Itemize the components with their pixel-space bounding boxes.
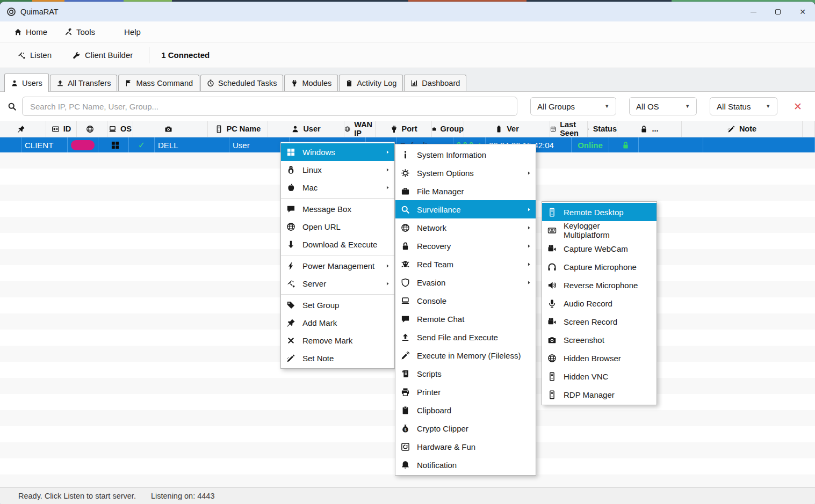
menu-item-notification[interactable]: Notification [395,456,536,474]
cell-status: Online [572,137,609,152]
menu-home[interactable]: Home [8,24,54,40]
menu-tools[interactable]: Tools [58,24,102,40]
menu-item-screenshot[interactable]: Screenshot [542,331,657,349]
col-camera[interactable] [133,121,208,137]
close-button[interactable]: ✕ [790,2,815,21]
os-filter-dropdown[interactable]: All OS ▼ [629,97,697,115]
tab-activity-log[interactable]: Activity Log [339,75,403,91]
laptop-icon [401,296,410,305]
menu-item-label: Keylogger Multiplatform [564,221,647,239]
menu-item-surveillance[interactable]: Surveillance [395,200,536,218]
group-filter-dropdown[interactable]: All Groups ▼ [530,97,616,115]
menu-item-execute-in-memory[interactable]: Execute in Memory (Fileless) [395,346,536,364]
moneybag-icon [401,424,410,433]
menu-item-linux[interactable]: Linux [281,161,394,179]
menu-item-server[interactable]: Server [281,275,394,293]
col-pc-name[interactable]: PC Name [208,121,268,137]
col-country[interactable] [77,121,107,137]
menu-item-system-information[interactable]: System Information [395,145,536,164]
clipboard-icon [345,79,353,87]
menu-item-reverse-microphone[interactable]: Reverse Microphone [542,276,657,294]
menu-item-open-url[interactable]: Open URL [281,218,394,236]
menu-item-send-file-execute[interactable]: Send File and Execute [395,328,536,346]
col-wan-ip[interactable]: WAN IP [344,121,376,137]
menu-item-capture-microphone[interactable]: Capture Microphone [542,258,657,276]
minimize-button[interactable] [741,2,766,21]
menu-item-add-mark[interactable]: Add Mark [281,314,394,332]
menu-item-keylogger-multiplatform[interactable]: Keylogger Multiplatform [542,221,657,239]
menu-item-remove-mark[interactable]: Remove Mark [281,332,394,349]
download-icon [286,240,295,249]
cell-country [68,137,98,152]
col-os[interactable]: OS [107,121,133,137]
tab-label: All Transfers [68,79,111,87]
menu-item-label: Download & Execute [302,240,377,249]
menu-item-remote-desktop[interactable]: Remote Desktop [542,203,657,221]
menu-item-mac[interactable]: Mac [281,179,394,196]
surveillance-submenu: Remote Desktop Keylogger Multiplatform C… [542,201,657,405]
briefcase-icon [401,187,410,196]
col-ver[interactable]: Ver [464,121,550,137]
maximize-button[interactable] [766,2,790,21]
menu-item-windows[interactable]: Windows [281,143,394,161]
tab-dashboard[interactable]: Dashboard [404,75,466,91]
menu-item-screen-record[interactable]: Screen Record [542,312,657,331]
col-group[interactable]: Group [432,121,464,137]
col-lock[interactable]: ... [617,121,682,137]
menu-item-red-team[interactable]: Red Team [395,255,536,273]
client-builder-button[interactable]: Client Builder [66,46,139,64]
menu-item-scripts[interactable]: Scripts [395,364,536,383]
menu-item-console[interactable]: Console [395,291,536,310]
menu-item-label: Set Group [302,301,339,310]
menu-item-file-manager[interactable]: File Manager [395,182,536,200]
tab-users[interactable]: Users [4,74,49,92]
search-input[interactable] [22,97,517,116]
tower-icon [215,125,223,133]
tab-all-transfers[interactable]: All Transfers [50,75,118,91]
menu-help[interactable]: Help [106,24,147,40]
menu-item-set-note[interactable]: Set Note [281,349,394,367]
toolbar-separator [149,47,149,63]
listen-button[interactable]: Listen [11,46,58,64]
menu-item-rdp-manager[interactable]: RDP Manager [542,385,657,404]
col-note[interactable]: Note [682,121,803,137]
col-user[interactable]: User [268,121,344,137]
menu-item-evasion[interactable]: Evasion [395,273,536,291]
menu-item-clipboard[interactable]: Clipboard [395,401,536,419]
menu-item-set-group[interactable]: Set Group [281,294,394,314]
menu-item-capture-webcam[interactable]: Capture WebCam [542,239,657,258]
chevron-down-icon: ▼ [685,104,690,109]
menu-item-system-options[interactable]: System Options [395,164,536,182]
col-pin[interactable] [0,121,46,137]
tab-mass-command[interactable]: Mass Command [118,75,199,91]
menu-item-hardware-fun[interactable]: Hardware & Fun [395,437,536,456]
menu-item-power-management[interactable]: Power Management [281,255,394,275]
menu-item-remote-chat[interactable]: Remote Chat [395,310,536,328]
tab-modules[interactable]: Modules [284,75,338,91]
menu-item-printer[interactable]: Printer [395,383,536,401]
col-last-seen[interactable]: Last Seen [550,121,588,137]
menu-item-recovery[interactable]: Recovery [395,237,536,255]
status-filter-dropdown[interactable]: All Status ▼ [710,97,777,115]
col-status[interactable]: Status [588,121,617,137]
col-id[interactable]: ID [46,121,77,137]
menu-item-crypto-clipper[interactable]: Crypto Clipper [395,419,536,437]
column-label: Last Seen [560,120,587,137]
menu-item-hidden-browser[interactable]: Hidden Browser [542,349,657,367]
menu-item-message-box[interactable]: Message Box [281,198,394,218]
column-label: Ver [507,125,519,133]
col-filler[interactable] [803,121,815,137]
idcard-icon [52,125,60,133]
menu-item-download-execute[interactable]: Download & Execute [281,236,394,253]
globe-icon [547,354,557,363]
menu-item-network[interactable]: Network [395,218,536,237]
menu-item-hidden-vnc[interactable]: Hidden VNC [542,367,657,385]
col-port[interactable]: Port [376,121,432,137]
camera-check-icon: ✓ [138,140,145,150]
clear-filters-button[interactable]: ✕ [789,99,806,114]
submenu-arrow-icon [526,207,531,212]
cell-note [639,137,703,152]
tab-scheduled-tasks[interactable]: Scheduled Tasks [200,75,283,91]
menu-item-audio-record[interactable]: Audio Record [542,294,657,312]
lock-icon [401,242,410,251]
